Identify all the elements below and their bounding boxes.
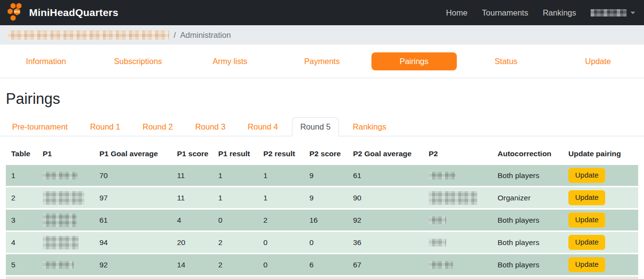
- tab-round-4[interactable]: Round 4: [237, 117, 289, 136]
- tab-pairings[interactable]: Pairings: [368, 52, 460, 70]
- table-row-partial: [6, 276, 638, 279]
- cell-p1-score: 11: [172, 187, 213, 209]
- cell-p1-goal-average: 92: [94, 254, 172, 276]
- navbar-links: Home Tournaments Rankings: [446, 8, 635, 17]
- cell-p1-score: 4: [172, 209, 213, 231]
- cell-table: 3: [6, 209, 37, 231]
- p1-name-redacted: [43, 191, 84, 205]
- p2-name-redacted: [429, 239, 446, 246]
- brand-name: MiniHeadQuarters: [29, 7, 118, 18]
- p1-name-redacted: [43, 172, 78, 180]
- update-pairing-button[interactable]: Update: [568, 190, 605, 205]
- cell-autocorrection: Organizer: [492, 187, 563, 209]
- tab-information[interactable]: Information: [0, 52, 92, 70]
- cell-p2-score: 9: [304, 164, 348, 187]
- p2-name-redacted: [429, 191, 477, 205]
- cell-p2-goal-average: 36: [348, 231, 423, 254]
- pairings-table-wrap: Table P1 P1 Goal average P1 score P1 res…: [0, 136, 644, 279]
- update-pairing-button[interactable]: Update: [568, 213, 605, 228]
- cell-p2-score: 9: [304, 187, 348, 209]
- nav-rankings[interactable]: Rankings: [543, 8, 576, 17]
- table-row: 1 70 11 1 1 9 61 Both players Update: [6, 164, 638, 187]
- col-update-pairing: Update pairing: [563, 143, 638, 164]
- page: MHQ MiniHeadQuarters Home Tournaments Ra…: [0, 0, 644, 279]
- col-p1-score: P1 score: [172, 143, 213, 164]
- col-p2-score: P2 score: [304, 143, 348, 164]
- update-pairing-button[interactable]: Update: [568, 168, 605, 183]
- round-tab-bar: Pre-tournament Round 1 Round 2 Round 3 R…: [0, 117, 644, 136]
- table-row: 4 94 20 2 0 0 36 Both players Update: [6, 231, 638, 254]
- cell-p1-result: 1: [213, 187, 258, 209]
- p1-name-redacted: [43, 213, 77, 227]
- cell-p1-goal-average: 97: [94, 187, 172, 209]
- breadcrumb: / Administration: [0, 25, 644, 45]
- update-pairing-button[interactable]: Update: [568, 257, 605, 272]
- cell-p1-goal-average: 94: [94, 231, 172, 254]
- cell-table: 4: [6, 231, 37, 254]
- cell-table: 2: [6, 187, 37, 209]
- p1-name-redacted: [43, 261, 74, 269]
- p2-name-redacted: [429, 261, 453, 269]
- cell-autocorrection: Both players: [492, 254, 563, 276]
- tab-round-1[interactable]: Round 1: [79, 117, 131, 136]
- breadcrumb-separator: /: [174, 31, 176, 40]
- tab-round-3[interactable]: Round 3: [184, 117, 236, 136]
- cell-p2-score: 6: [304, 254, 348, 276]
- table-row: 2 97 11 1 1 9 90 Organizer Update: [6, 187, 638, 209]
- tab-round-2[interactable]: Round 2: [131, 117, 184, 136]
- cell-p1-result: 2: [213, 231, 258, 254]
- cell-table: 1: [6, 164, 37, 187]
- p2-name-redacted: [429, 216, 446, 224]
- cell-p1-goal-average: 61: [94, 209, 172, 231]
- col-table: Table: [6, 143, 37, 164]
- col-p1-result: P1 result: [213, 143, 258, 164]
- cell-p2-result: 0: [258, 254, 304, 276]
- table-header-row: Table P1 P1 Goal average P1 score P1 res…: [6, 143, 638, 164]
- tab-rankings[interactable]: Rankings: [342, 117, 398, 136]
- breadcrumb-tournament-redacted[interactable]: [8, 31, 169, 40]
- cell-autocorrection: Both players: [492, 231, 563, 254]
- page-title: Pairings: [0, 90, 644, 108]
- tab-army-lists[interactable]: Army lists: [184, 52, 276, 70]
- cell-p1-result: 0: [213, 209, 258, 231]
- tab-pre-tournament[interactable]: Pre-tournament: [1, 117, 79, 136]
- cell-p2-result: 0: [258, 231, 304, 254]
- cell-p1-score: 11: [172, 164, 213, 187]
- nav-tournaments[interactable]: Tournaments: [482, 8, 528, 17]
- caret-down-icon: [630, 12, 635, 14]
- tab-round-5[interactable]: Round 5: [289, 117, 341, 136]
- brand-link[interactable]: MHQ MiniHeadQuarters: [7, 2, 118, 23]
- pairings-table: Table P1 P1 Goal average P1 score P1 res…: [6, 143, 638, 279]
- cell-p2-result: 2: [258, 209, 304, 231]
- top-navbar: MHQ MiniHeadQuarters Home Tournaments Ra…: [0, 0, 644, 25]
- tab-status[interactable]: Status: [460, 52, 552, 70]
- cell-p1-result: 2: [213, 254, 258, 276]
- cell-p1-score: 14: [172, 254, 213, 276]
- user-dropdown[interactable]: [591, 9, 635, 16]
- p2-name-redacted: [429, 172, 456, 180]
- cell-autocorrection: Both players: [492, 164, 563, 187]
- cell-p2-result: 1: [258, 187, 304, 209]
- cell-autocorrection: Both players: [492, 209, 563, 231]
- col-autocorrection: Autocorrection: [492, 143, 563, 164]
- col-p2-goal-average: P2 Goal average: [348, 143, 423, 164]
- nav-home[interactable]: Home: [446, 8, 467, 17]
- table-row: 5 92 14 2 0 6 67 Both players Update: [6, 254, 638, 276]
- tab-subscriptions[interactable]: Subscriptions: [92, 52, 184, 70]
- mhq-logo-icon: MHQ: [7, 2, 24, 23]
- cell-p2-score: 0: [304, 231, 348, 254]
- col-p1-goal-average: P1 Goal average: [94, 143, 172, 164]
- cell-p2-score: 16: [304, 209, 348, 231]
- col-p2: P2: [423, 143, 492, 164]
- table-row: 3 61 4 0 2 16 92 Both players Update: [6, 209, 638, 231]
- username-redacted: [591, 9, 627, 16]
- cell-p1-score: 20: [172, 231, 213, 254]
- tab-payments[interactable]: Payments: [276, 52, 368, 70]
- cell-table: 5: [6, 254, 37, 276]
- breadcrumb-current: Administration: [180, 31, 231, 40]
- cell-p2-goal-average: 92: [348, 209, 423, 231]
- p1-name-redacted: [43, 236, 79, 249]
- update-pairing-button[interactable]: Update: [568, 235, 605, 250]
- cell-p2-goal-average: 90: [348, 187, 423, 209]
- tab-update[interactable]: Update: [552, 52, 644, 70]
